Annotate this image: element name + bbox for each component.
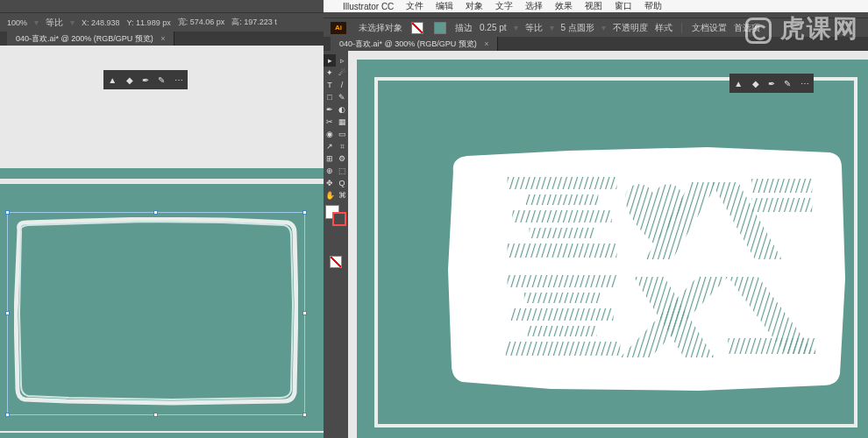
toolbar-icon[interactable]: ⋯ [174, 75, 183, 85]
right-options-bar: Ai 未选择对象 描边 0.25 pt ▾ 等比 ▾ 5 点圆形 ▾ 不透明度 … [324, 18, 868, 37]
tools-panel: ▸▹ ✦☄ T/ □✎ ✒◐ ✂▦ ◉▭ ↗⌗ ⊞⚙ ⊕⬚ ✥Q ✋⌘ [324, 51, 348, 438]
toolbar-icon[interactable]: ✎ [784, 79, 791, 88]
hatched-characters [499, 172, 819, 368]
gradient-tool-icon[interactable]: ⌗ [336, 140, 348, 152]
doc-setup-button[interactable]: 文档设置 [692, 22, 727, 34]
width-tool-icon[interactable]: ▦ [336, 116, 348, 128]
fill-stroke-swatches[interactable] [324, 205, 348, 230]
toolbar-icon[interactable]: ✎ [158, 75, 165, 85]
y-field[interactable]: Y: 11.989 px [127, 18, 171, 27]
menu-effect[interactable]: 效果 [555, 0, 573, 12]
right-tab-strip: 040-喜欢.ai* @ 300% (RGB/GPU 预览) × [324, 37, 868, 51]
document-tab[interactable]: 040-喜欢.ai* @ 200% (RGB/GPU 预览) × [7, 32, 174, 46]
resize-handle-icon[interactable] [302, 210, 307, 215]
resize-handle-icon[interactable] [5, 311, 10, 315]
left-canvas[interactable]: ▲ ◆ ✒ ✎ ⋯ [0, 46, 324, 438]
toolbar-icon[interactable]: ✒ [142, 75, 149, 85]
svg-rect-5 [508, 244, 617, 258]
pen-tool-icon[interactable]: ✒ [324, 103, 336, 116]
resize-handle-icon[interactable] [302, 311, 307, 315]
rotate-tool-icon[interactable]: ◐ [336, 103, 348, 116]
print-tiling-tool-icon[interactable]: ⌘ [336, 189, 348, 201]
line-tool-icon[interactable]: / [336, 79, 348, 91]
zoom-tool-icon[interactable]: Q [336, 177, 348, 189]
artwork-strip-bottom [0, 433, 324, 438]
mesh-tool-icon[interactable]: ↗ [324, 140, 336, 152]
resize-handle-icon[interactable] [153, 210, 158, 215]
direct-selection-tool-icon[interactable]: ▹ [336, 54, 348, 67]
toolbar-icon[interactable]: ◆ [126, 75, 133, 85]
uniform-label[interactable]: 等比 [46, 17, 63, 29]
perspective-tool-icon[interactable]: ▭ [336, 128, 348, 140]
toolbar-icon[interactable]: ▲ [734, 79, 743, 88]
hand-tool-icon[interactable]: ✋ [324, 189, 336, 201]
h-field[interactable]: 高: 197.223 t [231, 17, 277, 28]
w-field[interactable]: 宽: 574.06 px [178, 17, 225, 28]
menu-select[interactable]: 选择 [525, 0, 543, 12]
selection-bounding-box[interactable] [7, 212, 305, 415]
svg-rect-4 [530, 228, 595, 238]
slice-tool-icon[interactable]: ✥ [324, 177, 336, 189]
floating-toolbar[interactable]: ▲ ◆ ✒ ✎ ⋯ [729, 74, 814, 93]
stroke-weight[interactable]: 0.25 pt [480, 23, 507, 32]
zoom-field[interactable]: 100% [7, 18, 27, 27]
shape-builder-tool-icon[interactable]: ◉ [324, 128, 336, 140]
ai-badge-icon: Ai [331, 22, 346, 34]
menu-edit[interactable]: 编辑 [436, 0, 453, 12]
right-canvas[interactable]: ▲ ◆ ✒ ✎ ⋯ [348, 51, 868, 438]
mac-menubar: Illustrator CC 文件 编辑 对象 文字 选择 效果 视图 窗口 帮… [324, 0, 868, 12]
paintbrush-tool-icon[interactable]: ✎ [336, 91, 348, 103]
lasso-tool-icon[interactable]: ☄ [336, 67, 348, 79]
uniform-dropdown[interactable]: 等比 [525, 22, 543, 34]
svg-rect-9 [528, 326, 597, 336]
left-options-bar: 100% ▾ 等比 ▾ X: 248.938 Y: 11.989 px 宽: 5… [0, 12, 324, 32]
resize-handle-icon[interactable] [153, 413, 158, 417]
resize-handle-icon[interactable] [5, 210, 10, 215]
svg-rect-3 [512, 210, 611, 223]
floating-toolbar[interactable]: ▲ ◆ ✒ ✎ ⋯ [103, 70, 188, 89]
close-icon[interactable]: × [484, 39, 488, 48]
svg-marker-16 [620, 277, 728, 357]
menu-window[interactable]: 窗口 [615, 0, 632, 12]
svg-rect-2 [526, 194, 599, 205]
no-selection-label: 未选择对象 [359, 22, 402, 34]
stroke-color-icon[interactable] [332, 212, 346, 226]
brush-profile[interactable]: 5 点圆形 [561, 22, 594, 34]
left-tab-strip: 040-喜欢.ai* @ 200% (RGB/GPU 预览) × [0, 32, 324, 46]
style-label[interactable]: 样式 [655, 22, 672, 34]
symbol-sprayer-tool-icon[interactable]: ⊕ [324, 165, 336, 177]
artboard-tool-icon[interactable]: ⬚ [336, 165, 348, 177]
svg-rect-7 [524, 293, 600, 303]
menu-help[interactable]: 帮助 [644, 0, 662, 12]
svg-marker-14 [751, 198, 812, 212]
menu-view[interactable]: 视图 [585, 0, 602, 12]
none-color-icon[interactable] [330, 256, 342, 268]
magic-wand-tool-icon[interactable]: ✦ [324, 67, 336, 79]
artwork-strip [0, 168, 324, 179]
stroke-swatch-icon[interactable] [434, 22, 446, 34]
toolbar-icon[interactable]: ⋯ [800, 79, 809, 88]
close-icon[interactable]: × [160, 34, 165, 43]
menu-object[interactable]: 对象 [466, 0, 483, 12]
toolbar-icon[interactable]: ◆ [752, 79, 759, 88]
menu-type[interactable]: 文字 [495, 0, 513, 12]
opacity-label[interactable]: 不透明度 [613, 22, 648, 34]
resize-handle-icon[interactable] [302, 413, 307, 417]
tab-title: 040-喜欢.ai* @ 200% (RGB/GPU 预览) [16, 34, 153, 43]
fill-swatch-icon[interactable] [411, 22, 423, 34]
toolbar-icon[interactable]: ▲ [108, 75, 117, 85]
rectangle-tool-icon[interactable]: □ [324, 91, 336, 103]
x-field[interactable]: X: 248.938 [82, 18, 120, 27]
svg-rect-1 [508, 177, 617, 189]
prefs-button[interactable]: 首选项 [734, 22, 760, 34]
eyedropper-tool-icon[interactable]: ⊞ [324, 152, 336, 165]
blend-tool-icon[interactable]: ⚙ [336, 152, 348, 165]
toolbar-icon[interactable]: ✒ [768, 79, 775, 88]
resize-handle-icon[interactable] [5, 413, 10, 417]
document-tab[interactable]: 040-喜欢.ai* @ 300% (RGB/GPU 预览) × [331, 37, 498, 52]
svg-rect-13 [751, 179, 812, 193]
menu-file[interactable]: 文件 [406, 0, 423, 12]
selection-tool-icon[interactable]: ▸ [324, 54, 336, 67]
type-tool-icon[interactable]: T [324, 79, 336, 91]
scissors-tool-icon[interactable]: ✂ [324, 116, 336, 128]
